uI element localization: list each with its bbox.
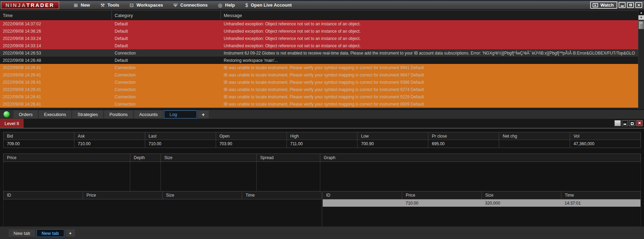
ninjatrader-logo: NINJATRADER	[1, 1, 59, 9]
log-cell-category: Connection	[112, 79, 221, 86]
level2-tab-2[interactable]: New tab	[36, 229, 64, 237]
ladder-header-size: Size	[161, 154, 257, 162]
log-cell-category: Connection	[112, 93, 221, 100]
menu-item-new[interactable]: ⊞New	[69, 1, 95, 9]
scrollbar-grip	[640, 22, 643, 24]
logo-text-ninja: NINJA	[6, 2, 26, 8]
ladder-body-column-size	[161, 162, 257, 191]
log-column-header-message[interactable]: Message	[221, 11, 638, 20]
menu-item-label: Workspaces	[137, 2, 163, 8]
log-row[interactable]: 2022/09/08 14:36:26DefaultUnhandled exce…	[0, 27, 638, 35]
log-cell-category: Default	[112, 57, 221, 64]
tns-right-body[interactable]: 710.00320,00014:37:01	[322, 199, 641, 227]
log-cell-time: 2022/09/08 14:26:53	[0, 49, 112, 57]
tab-positions[interactable]: Positions	[104, 110, 133, 118]
level2-tab-1[interactable]: New tab	[9, 229, 35, 237]
menu-bar: NINJATRADER ⊞New⚒Tools⊡WorkspacesΨConnec…	[0, 1, 644, 9]
close-button[interactable]: ✕	[635, 2, 642, 8]
log-row[interactable]: 2022/09/08 14:26:48DefaultRestoring work…	[0, 57, 638, 64]
panel-tabs-container: OrdersExecutionsStrategiesPositionsAccou…	[13, 110, 209, 118]
scrollbar-thumb[interactable]	[638, 21, 644, 29]
tab-executions[interactable]: Executions	[39, 110, 72, 118]
maximize-button[interactable]	[627, 2, 634, 8]
level2-close-button[interactable]: ✕	[636, 120, 643, 126]
log-cell-time: 2022/09/08 14:26:41	[0, 100, 112, 108]
ladder-body-column-graph	[320, 162, 641, 191]
tab-orders[interactable]: Orders	[14, 110, 38, 118]
log-column-header-category[interactable]: Category	[112, 11, 221, 20]
dollar-icon: $	[245, 2, 248, 8]
tns-trade-row[interactable]: 710.00320,00014:37:01	[323, 199, 641, 207]
level2-tabs-container: New tabNew tab+	[9, 229, 76, 237]
menu-item-tools[interactable]: ⚒Tools	[95, 1, 124, 9]
tab-strategies[interactable]: Strategies	[72, 110, 103, 118]
scroll-up-icon[interactable]: ▲	[638, 10, 644, 15]
log-row[interactable]: 2022/09/08 14:33:24DefaultUnhandled exce…	[0, 35, 638, 42]
log-cell-category: Default	[112, 20, 221, 27]
menu-item-help[interactable]: ◎Help	[213, 1, 240, 9]
tab-accounts[interactable]: Accounts	[134, 110, 163, 118]
log-row[interactable]: 2022/09/08 14:26:41ConnectionIB was unab…	[0, 79, 638, 86]
connection-status-icon	[3, 111, 10, 117]
level2-window-buttons: ✕	[614, 120, 643, 126]
ladder-body[interactable]	[3, 162, 641, 191]
tns-right-header-id: ID	[323, 191, 402, 199]
log-row[interactable]: 2022/09/08 14:26:53ConnectionInstrument …	[0, 49, 638, 57]
log-scrollbar[interactable]: ▲ ▼	[638, 10, 644, 109]
minimize-button[interactable]	[619, 2, 626, 8]
ninjatrader-window: NINJATRADER ⊞New⚒Tools⊡WorkspacesΨConnec…	[0, 0, 644, 239]
log-row[interactable]: 2022/09/08 14:26:41ConnectionIB was unab…	[0, 100, 638, 108]
maximize-icon	[629, 4, 632, 6]
log-cell-message: Instrument 6J 09-22 Globex is not enable…	[221, 49, 638, 57]
tab-log[interactable]: Log	[164, 110, 197, 118]
quote-value-ask: 710.00	[74, 140, 145, 148]
level2-title-bar[interactable]: Level II ✕	[0, 119, 644, 128]
level2-maximize-button[interactable]	[629, 120, 635, 126]
level2-maximize-icon	[631, 122, 634, 125]
add-tab-button[interactable]: +	[198, 110, 209, 118]
tns-right-header-price: Price	[402, 191, 482, 199]
log-cell-message: Unhandled exception: Object reference no…	[221, 27, 638, 35]
tns-right-header-size: Size	[482, 191, 561, 199]
scroll-down-icon[interactable]: ▼	[638, 15, 644, 20]
log-cell-message: Restoring workspace 'main'...	[221, 57, 638, 64]
tns-cell-time: 14:37:01	[561, 199, 641, 207]
log-row[interactable]: 2022/09/08 14:26:41ConnectionIB was unab…	[0, 71, 638, 79]
log-row[interactable]: 2022/09/08 14:33:14DefaultUnhandled exce…	[0, 42, 638, 49]
quote-header-high: High	[287, 132, 358, 140]
menu-item-connections[interactable]: ΨConnections	[168, 1, 213, 9]
log-cell-message: IB was unable to locate instrument. Plea…	[221, 93, 638, 100]
quote-value-open: 703.90	[216, 140, 287, 148]
log-cell-category: Connection	[112, 49, 221, 57]
log-row[interactable]: 2022/09/08 14:26:41ConnectionIB was unab…	[0, 86, 638, 93]
tns-table-right: IDPriceSizeTime 710.00320,00014:37:01	[322, 191, 641, 227]
menu-item-label: Tools	[108, 2, 119, 8]
quote-header-ask: Ask	[74, 132, 145, 140]
quote-value-bid: 709.00	[3, 140, 74, 148]
log-row[interactable]: 2022/09/08 14:26:41ConnectionIB was unab…	[0, 93, 638, 100]
level2-minimize-button[interactable]	[622, 120, 628, 126]
quote-value-net-chg	[499, 140, 570, 148]
ladder-body-column-price	[3, 162, 130, 191]
quote-value-pr-close: 695.00	[428, 140, 499, 148]
level2-add-tab-button[interactable]: +	[66, 229, 75, 237]
workspaces-icon: ⊡	[130, 2, 134, 8]
log-row[interactable]: 2022/09/08 14:26:41ConnectionIB was unab…	[0, 64, 638, 71]
tv-watch-icon: ▶	[593, 3, 598, 7]
ladder-header-price: Price	[3, 154, 130, 162]
tns-left-header-price: Price	[83, 191, 163, 199]
menu-item-workspaces[interactable]: ⊡Workspaces	[124, 1, 168, 9]
close-icon: ✕	[637, 3, 640, 7]
quote-header-last: Last	[145, 132, 216, 140]
watch-button[interactable]: ▶ Watch	[590, 1, 617, 9]
watch-button-label: Watch	[600, 2, 614, 8]
log-column-header-time[interactable]: Time	[0, 11, 112, 20]
log-cell-category: Connection	[112, 100, 221, 108]
log-cell-time: 2022/09/08 14:26:41	[0, 64, 112, 71]
tns-left-body[interactable]	[3, 199, 322, 227]
level2-link-button[interactable]	[614, 120, 621, 126]
log-row[interactable]: 2022/09/08 14:37:02DefaultUnhandled exce…	[0, 20, 638, 27]
menu-item-open-live-account[interactable]: $Open Live Account	[240, 1, 297, 9]
log-cell-time: 2022/09/08 14:26:48	[0, 57, 112, 64]
log-cell-message: IB was unable to locate instrument. Plea…	[221, 79, 638, 86]
